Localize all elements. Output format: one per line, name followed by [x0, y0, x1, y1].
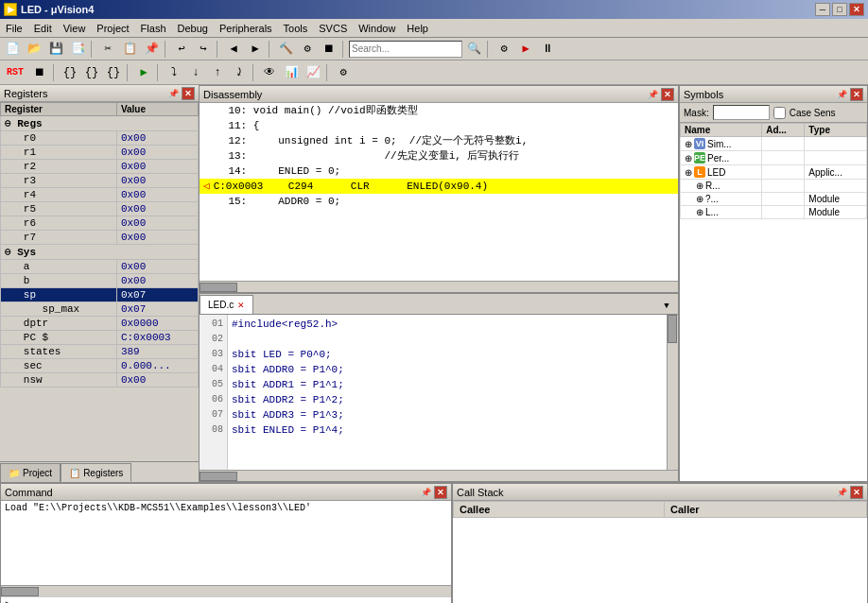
watch-btn[interactable]: 👁: [259, 63, 280, 82]
debug-stop-btn[interactable]: ⏸: [537, 40, 558, 59]
command-hscroll-thumb[interactable]: [1, 587, 39, 596]
rst-btn[interactable]: RST: [2, 63, 28, 82]
command-close-btn[interactable]: ✕: [434, 486, 447, 499]
new-file-btn[interactable]: 📄: [2, 40, 23, 59]
reg-row-sp[interactable]: sp0x07: [1, 288, 199, 302]
callstack-close-btn[interactable]: ✕: [850, 486, 863, 499]
menu-view[interactable]: View: [58, 21, 92, 36]
reg-row-r5[interactable]: r50x00: [1, 202, 199, 216]
maximize-button[interactable]: □: [832, 3, 847, 16]
code-area[interactable]: #include<reg52.h> sbit LED = P0^0; sbit …: [228, 315, 667, 470]
mask-input[interactable]: [713, 105, 770, 120]
minimize-button[interactable]: ─: [815, 3, 830, 16]
disasm-pin-btn[interactable]: 📌: [646, 88, 659, 101]
symbols-close-btn[interactable]: ✕: [850, 88, 863, 101]
perf-btn[interactable]: 📈: [303, 63, 323, 82]
nav-back-btn[interactable]: ◀: [223, 40, 244, 59]
save-btn[interactable]: 💾: [45, 40, 66, 59]
mem-btn[interactable]: 📊: [281, 63, 302, 82]
reg-row-r2[interactable]: r20x00: [1, 160, 199, 174]
reg-row-states[interactable]: states389: [1, 345, 199, 359]
reg-row-r0[interactable]: r00x00: [1, 131, 199, 146]
copy-btn[interactable]: 📋: [119, 40, 140, 59]
command-hscroll[interactable]: [1, 585, 451, 596]
registers-pin-btn[interactable]: 📌: [166, 87, 180, 100]
menu-project[interactable]: Project: [91, 21, 134, 36]
debug-run-btn[interactable]: ▶: [515, 40, 536, 59]
reg-row-sp_max[interactable]: sp_max0x07: [1, 302, 199, 317]
sym-expand-sim[interactable]: ⊕: [685, 139, 692, 149]
brace3-btn[interactable]: {}: [103, 63, 124, 82]
close-button[interactable]: ✕: [849, 3, 864, 16]
build-btn[interactable]: 🔨: [275, 40, 296, 59]
reg-expand-Sys[interactable]: ⊖: [5, 247, 11, 258]
editor-scroll-down-btn[interactable]: ▼: [659, 299, 674, 314]
menu-help[interactable]: Help: [401, 21, 434, 36]
callstack-content[interactable]: Callee Caller: [453, 501, 867, 603]
step-in-btn[interactable]: ↓: [185, 63, 206, 82]
menu-debug[interactable]: Debug: [172, 21, 214, 36]
sym-expand-r[interactable]: ⊕: [696, 181, 703, 191]
reg-row-b[interactable]: b0x00: [1, 274, 199, 288]
reg-row-r7[interactable]: r70x00: [1, 231, 199, 245]
reg-row-a[interactable]: a0x00: [1, 260, 199, 274]
search-input[interactable]: [349, 41, 462, 58]
menu-tools[interactable]: Tools: [278, 21, 314, 36]
reg-row-sec[interactable]: sec0.000...: [1, 359, 199, 373]
menu-edit[interactable]: Edit: [28, 21, 58, 36]
reg-row-r4[interactable]: r40x00: [1, 188, 199, 202]
disasm-hscroll[interactable]: [200, 281, 678, 292]
reg-expand-regs[interactable]: ⊖: [5, 118, 11, 129]
stop2-btn[interactable]: ⏹: [29, 63, 50, 82]
callstack-pin-btn[interactable]: 📌: [835, 486, 848, 499]
editor-tab-led[interactable]: LED.c ✕: [200, 295, 253, 314]
reg-row-nsw[interactable]: nsw0x00: [1, 373, 199, 388]
reg-row-r6[interactable]: r60x00: [1, 216, 199, 231]
brace-btn[interactable]: {}: [60, 63, 80, 82]
sym-expand-led[interactable]: ⊕: [685, 167, 692, 178]
editor-tab-led-close[interactable]: ✕: [237, 301, 245, 310]
disasm-scroll[interactable]: 10: void main() //void即函数类型 11: { 12: un…: [200, 103, 678, 281]
registers-close-btn[interactable]: ✕: [182, 87, 195, 100]
tab-registers[interactable]: 📋 Registers: [61, 463, 131, 482]
menu-svcs[interactable]: SVCS: [313, 21, 353, 36]
step-out-btn[interactable]: ↑: [207, 63, 228, 82]
disasm-scroll-thumb[interactable]: [200, 283, 237, 292]
sym-expand-q[interactable]: ⊕: [696, 194, 703, 204]
search-btn[interactable]: 🔍: [463, 40, 484, 59]
settings-btn[interactable]: ⚙: [494, 40, 514, 59]
reg-row-dptr[interactable]: dptr0x0000: [1, 317, 199, 331]
run-btn[interactable]: ▶: [133, 63, 154, 82]
menu-window[interactable]: Window: [353, 21, 401, 36]
menu-file[interactable]: File: [0, 21, 28, 36]
cut-btn[interactable]: ✂: [97, 40, 118, 59]
disasm-close-btn[interactable]: ✕: [661, 88, 674, 101]
reg-row-r3[interactable]: r30x00: [1, 174, 199, 188]
reg-row-r1[interactable]: r10x00: [1, 146, 199, 160]
editor-hscroll-thumb[interactable]: [200, 472, 237, 481]
sym-expand-l[interactable]: ⊕: [696, 207, 703, 217]
paste-btn[interactable]: 📌: [141, 40, 162, 59]
stop-btn[interactable]: ⏹: [319, 40, 339, 59]
sym-expand-per[interactable]: ⊕: [685, 153, 692, 164]
command-pin-btn[interactable]: 📌: [419, 486, 432, 499]
rebuild-btn[interactable]: ⚙: [297, 40, 318, 59]
brace2-btn[interactable]: {}: [81, 63, 102, 82]
reg-row-Sys[interactable]: ⊖ Sys: [1, 245, 199, 260]
editor-vscroll[interactable]: [667, 315, 678, 470]
reg-row-PC-$[interactable]: PC $C:0x0003: [1, 331, 199, 345]
step-over-btn[interactable]: ⤵: [164, 63, 184, 82]
editor-vscroll-thumb[interactable]: [668, 315, 677, 343]
redo-btn[interactable]: ↪: [193, 40, 214, 59]
symbols-pin-btn[interactable]: 📌: [835, 88, 848, 101]
symbols-scroll[interactable]: Name Ad... Type ⊕ VI Sim...: [680, 123, 867, 481]
open-btn[interactable]: 📂: [24, 40, 44, 59]
menu-peripherals[interactable]: Peripherals: [214, 21, 278, 36]
case-sensitive-check[interactable]: [773, 107, 786, 119]
tab-project[interactable]: 📁 Project: [0, 463, 61, 482]
undo-btn[interactable]: ↩: [171, 40, 192, 59]
ext-btn[interactable]: ⚙: [333, 63, 354, 82]
editor-hscroll[interactable]: [200, 470, 678, 481]
run-cursor-btn[interactable]: ⤸: [229, 63, 250, 82]
menu-flash[interactable]: Flash: [135, 21, 172, 36]
